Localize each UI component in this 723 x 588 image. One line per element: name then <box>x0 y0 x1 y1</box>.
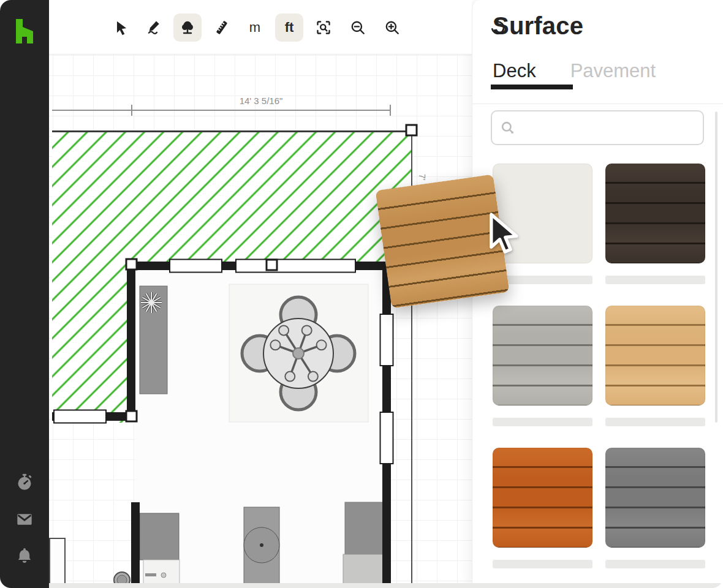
swatch-label-placeholder <box>493 418 592 426</box>
active-tab-underline <box>491 85 573 89</box>
swatch-light-gray-deck[interactable] <box>493 306 592 405</box>
swatch-dark-brown-deck[interactable] <box>605 164 705 263</box>
tab-deck[interactable]: Deck <box>493 60 536 82</box>
undo-button[interactable] <box>483 13 512 42</box>
stopwatch-icon <box>16 473 33 491</box>
tab-pavement[interactable]: Pavement <box>570 60 656 82</box>
notifications-button[interactable] <box>16 548 33 565</box>
swatch-label-placeholder <box>493 560 592 568</box>
select-arrow-icon <box>113 20 129 36</box>
pen-icon <box>146 20 162 36</box>
search-input[interactable] <box>520 115 700 141</box>
app-sidebar <box>0 0 49 588</box>
unit-meters-label: m <box>249 20 260 36</box>
panel-scrollbar[interactable] <box>715 111 717 423</box>
swatch-label-placeholder <box>605 276 705 284</box>
swatch-natural-tan-deck[interactable] <box>605 306 705 405</box>
swatch-label-placeholder <box>605 418 705 426</box>
surface-tabs: Deck Pavement <box>493 60 656 82</box>
zoom-out-icon <box>350 20 366 36</box>
unit-feet-button[interactable]: ft <box>275 13 303 42</box>
surface-panel: Surface Deck Pavement <box>472 0 723 588</box>
unit-meters-button[interactable]: m <box>241 13 269 42</box>
ruler-icon <box>214 20 230 36</box>
swatch-mid-gray-deck[interactable] <box>605 448 705 548</box>
toolbar: m ft <box>49 0 472 55</box>
canvas-bottom-edge <box>49 583 723 588</box>
app-window: 14' 3 5/16" 7' <box>0 0 723 588</box>
measure-tool-button[interactable] <box>208 13 236 42</box>
zoom-to-selection-button[interactable] <box>309 13 338 42</box>
zoom-in-icon <box>384 20 400 36</box>
zoom-out-button[interactable] <box>344 13 372 42</box>
search-icon <box>500 120 516 136</box>
envelope-icon <box>16 511 33 528</box>
floorplan-canvas[interactable] <box>49 54 472 588</box>
unit-feet-label: ft <box>285 20 294 36</box>
swatch-orange-cedar-deck[interactable] <box>493 448 592 548</box>
tree-icon <box>180 20 195 36</box>
panel-divider <box>472 104 723 104</box>
zoom-selection-icon <box>316 20 331 36</box>
mouse-cursor <box>488 213 524 258</box>
select-tool-button[interactable] <box>107 13 135 42</box>
zoom-in-button[interactable] <box>378 13 406 42</box>
plants-tool-button[interactable] <box>173 13 202 42</box>
draw-tool-button[interactable] <box>140 13 168 42</box>
swatch-label-placeholder <box>605 560 705 568</box>
messages-button[interactable] <box>16 511 33 528</box>
undo-icon <box>490 20 505 36</box>
bell-icon <box>16 548 33 565</box>
timer-button[interactable] <box>16 473 33 491</box>
search-box <box>491 110 704 145</box>
houzz-logo[interactable] <box>13 18 36 44</box>
